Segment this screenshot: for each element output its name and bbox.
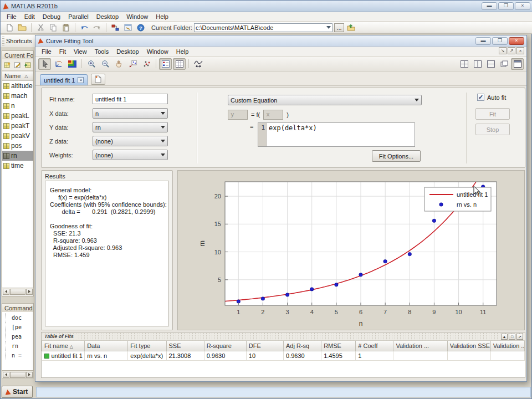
workspace-variable-mach[interactable]: mach: [2, 91, 33, 101]
layout-vsplit-icon[interactable]: [471, 58, 484, 70]
matlab-menu-parallel[interactable]: Parallel: [64, 12, 93, 21]
command-history-item[interactable]: n =: [6, 351, 33, 360]
zoom-out-icon[interactable]: [99, 58, 111, 70]
simulink-icon[interactable]: [110, 23, 121, 33]
table-of-fits-titlebar[interactable]: Table of Fits ▲ □ ↗: [42, 332, 525, 341]
fit-plot[interactable]: 12345678910115101520nrnuntitled fit 1rn …: [178, 171, 525, 331]
weights-dropdown[interactable]: (none): [93, 150, 168, 160]
scroll-right-icon[interactable]: [26, 289, 33, 295]
fit-button[interactable]: Fit: [475, 108, 510, 120]
table-header-cell[interactable]: Fit type: [128, 341, 166, 351]
tab-untitled-fit-1[interactable]: untitled fit 1 ×: [40, 74, 88, 85]
matlab-menu-desktop[interactable]: Desktop: [93, 12, 122, 21]
custom-equation-text[interactable]: exp(delta*x): [267, 123, 319, 146]
table-header-cell[interactable]: Validation ...: [393, 341, 447, 351]
matlab-menu-edit[interactable]: Edit: [21, 12, 39, 21]
new-file-icon[interactable]: [4, 23, 15, 33]
matlab-titlebar[interactable]: MATLAB R2011b ▬ ❐ ×: [1, 1, 532, 12]
matlab-menu-debug[interactable]: Debug: [39, 12, 64, 21]
fit-name-input[interactable]: untitled fit 1: [93, 94, 168, 104]
panel-minimize-icon[interactable]: ▲: [501, 334, 508, 340]
cft-titlebar[interactable]: Curve Fitting Tool ▬ ❐ ×: [35, 35, 526, 47]
exclude-outliers-icon[interactable]: [126, 58, 139, 70]
table-header-cell[interactable]: Validation SSE: [447, 341, 490, 351]
command-history-item[interactable]: [pe: [6, 323, 33, 332]
cft-menu-tools[interactable]: Tools: [91, 47, 113, 56]
fit-type-dropdown[interactable]: Custom Equation: [228, 95, 422, 105]
workspace-variable-peakT[interactable]: peakT: [2, 121, 33, 131]
folder-up-icon[interactable]: [346, 23, 357, 33]
table-header-cell[interactable]: R-square: [204, 341, 246, 351]
cft-menu-help[interactable]: Help: [172, 47, 193, 56]
maximize-button[interactable]: ❐: [492, 37, 508, 45]
cft-menu-view[interactable]: View: [70, 47, 91, 56]
cft-menu-fit[interactable]: Fit: [55, 47, 70, 56]
data-point[interactable]: [261, 297, 264, 300]
stop-button[interactable]: Stop: [475, 124, 510, 135]
matlab-menu-window[interactable]: Window: [122, 12, 152, 21]
cft-menu-window[interactable]: Window: [143, 47, 172, 56]
cursor-icon[interactable]: [38, 58, 51, 70]
workspace-variable-pos[interactable]: pos: [2, 141, 33, 151]
table-header-cell[interactable]: Validation ...: [490, 341, 524, 351]
close-button[interactable]: ×: [515, 2, 530, 10]
command-history-hscrollbar[interactable]: [2, 371, 34, 378]
table-header-cell[interactable]: Data: [85, 341, 128, 351]
new-variable-icon[interactable]: [3, 61, 12, 69]
import-data-icon[interactable]: [23, 61, 32, 69]
copy-icon[interactable]: [48, 23, 59, 33]
data-point[interactable]: [359, 273, 362, 277]
layout-hsplit-icon[interactable]: [484, 58, 497, 70]
scrollbar-thumb[interactable]: [10, 289, 25, 295]
start-button[interactable]: Start: [2, 386, 33, 398]
cut-icon[interactable]: [35, 23, 46, 33]
auto-fit-checkbox[interactable]: ✓: [477, 94, 484, 101]
dock-icon[interactable]: ↘: [499, 47, 507, 54]
zoom-in-icon[interactable]: [85, 58, 98, 70]
table-row[interactable]: untitled fit 1rn vs. nexp(delta*x)21.300…: [42, 351, 525, 360]
data-point[interactable]: [285, 293, 289, 296]
help-icon[interactable]: ?: [135, 23, 146, 33]
custom-equation-editor[interactable]: 1 exp(delta*x): [258, 122, 415, 147]
layout-grid-icon[interactable]: [458, 58, 470, 70]
data-points-icon[interactable]: [140, 58, 153, 70]
tab-close-icon[interactable]: ×: [78, 77, 84, 83]
layout-cascade-icon[interactable]: [498, 58, 510, 70]
drag-handle[interactable]: [2, 37, 4, 45]
scroll-right-icon[interactable]: [26, 372, 33, 378]
paste-icon[interactable]: [60, 23, 71, 33]
workspace-variable-peakL[interactable]: peakL: [2, 111, 33, 121]
data-point[interactable]: [432, 219, 436, 222]
workspace-variable-time[interactable]: time: [2, 161, 33, 171]
legend-toggle-icon[interactable]: [159, 58, 172, 70]
matlab-menu-file[interactable]: File: [3, 12, 21, 21]
workspace-name-column-header[interactable]: Name △: [2, 71, 33, 81]
scrollbar-thumb[interactable]: [10, 372, 25, 378]
adjust-fit-icon[interactable]: [192, 58, 204, 70]
data-point[interactable]: [335, 283, 338, 287]
table-header-cell[interactable]: # Coeff: [356, 341, 393, 351]
panel-maximize-icon[interactable]: □: [509, 334, 515, 340]
command-history-item[interactable]: rn: [6, 341, 33, 351]
rotate3d-icon[interactable]: [52, 58, 65, 70]
cft-menu-desktop[interactable]: Desktop: [112, 47, 142, 56]
close-panel-icon[interactable]: ×: [516, 47, 524, 54]
table-header-cell[interactable]: Fit name△: [42, 341, 85, 351]
scroll-left-icon[interactable]: [3, 372, 9, 378]
pan-icon[interactable]: [112, 58, 125, 70]
matlab-menu-help[interactable]: Help: [152, 12, 172, 21]
command-history-item[interactable]: doc: [6, 313, 33, 323]
open-folder-icon[interactable]: [17, 23, 28, 33]
chevron-down-icon[interactable]: [326, 26, 331, 29]
z-data-dropdown[interactable]: (none): [93, 136, 168, 146]
table-header-cell[interactable]: DFE: [246, 341, 283, 351]
close-button[interactable]: ×: [509, 37, 524, 45]
undo-icon[interactable]: [79, 23, 90, 33]
panel-undock-icon[interactable]: ↗: [516, 334, 523, 340]
fit-options-button[interactable]: Fit Options...: [372, 150, 421, 162]
fit-plot-panel[interactable]: 12345678910115101520nrnuntitled fit 1rn …: [177, 170, 525, 330]
data-point[interactable]: [383, 259, 387, 263]
current-folder-combobox[interactable]: c:\Documents\MATLAB\code: [194, 23, 332, 32]
minimize-button[interactable]: ▬: [475, 37, 491, 45]
open-variable-icon[interactable]: [13, 61, 22, 69]
